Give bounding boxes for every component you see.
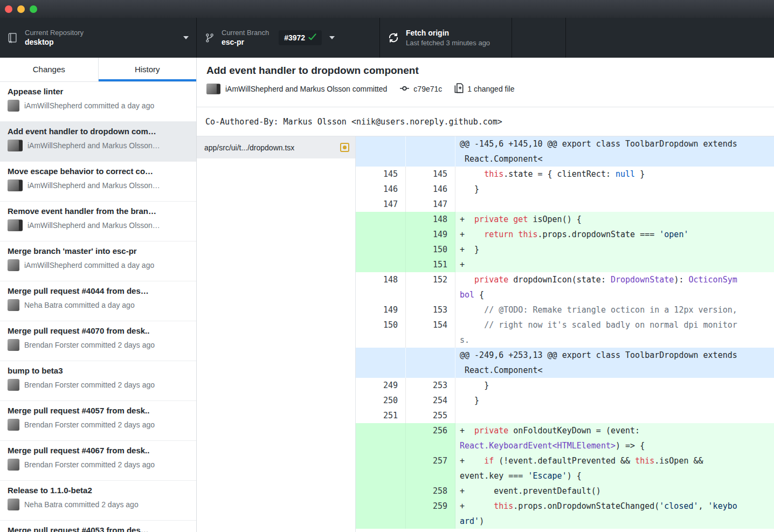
commit-list-item[interactable]: Merge branch 'master' into esc-priAmWill…: [0, 241, 196, 281]
commit-list-item[interactable]: Appease linteriAmWillShepherd committed …: [0, 82, 196, 122]
diff-new-line-number: 259: [406, 499, 455, 529]
diff-new-line-number: 154: [406, 317, 455, 348]
chevron-down-icon: [183, 36, 189, 39]
git-commit-icon: [399, 84, 410, 94]
commit-list-item[interactable]: bump to beta3Brendan Forster committed 2…: [0, 361, 196, 401]
avatar: [8, 100, 19, 112]
commit-item-meta: Neha Batra committed 2 days ago: [24, 500, 139, 509]
diff-old-line-number: [356, 453, 406, 483]
avatar: [8, 419, 19, 431]
diff-code-cell: + event.preventDefault(): [455, 483, 774, 499]
tab-history[interactable]: History: [99, 58, 197, 81]
fetch-origin-title: Fetch origin: [406, 28, 490, 38]
commit-list-item[interactable]: Merge pull request #4057 from desk..Bren…: [0, 401, 196, 441]
avatar: [8, 499, 19, 510]
check-icon: [308, 33, 316, 43]
diff-code-cell: [455, 408, 774, 423]
diff-new-line-number: 149: [406, 227, 455, 242]
diff-new-line-number: 145: [406, 167, 455, 182]
commit-item-meta: iAmWillShepherd and Markus Olsson…: [27, 181, 160, 190]
changed-files-count: 1 changed file: [467, 85, 514, 93]
diff-old-line-number: 146: [356, 182, 406, 197]
toolbar: Current Repository desktop Current Branc…: [0, 18, 774, 58]
commit-list-item[interactable]: Move escape behavior to correct co…iAmWi…: [0, 162, 196, 202]
diff-code-cell: + if (!event.defaultPrevented && this.is…: [455, 453, 774, 483]
modified-status-icon: [340, 143, 349, 152]
commit-byline: iAmWillShepherd and Markus Olsson commit…: [225, 85, 387, 93]
diff-new-line-number: 151: [406, 257, 455, 272]
diff-new-line-number: 255: [406, 408, 455, 423]
diff-line-row: 146146 }: [356, 182, 774, 197]
commit-list-item[interactable]: Add event handler to dropdown com…iAmWil…: [0, 122, 196, 162]
current-repository-button[interactable]: Current Repository desktop: [0, 18, 197, 58]
diff-new-line-number: 253: [406, 378, 455, 393]
diff-old-line-number: 147: [356, 197, 406, 212]
commit-list-item[interactable]: Merge pull request #4070 from desk..Bren…: [0, 321, 196, 361]
commit-item-meta: iAmWillShepherd and Markus Olsson…: [27, 141, 160, 150]
commit-item-meta: Brendan Forster committed 2 days ago: [24, 460, 155, 469]
diff-code-cell: + }: [455, 242, 774, 257]
avatar: [8, 140, 23, 151]
minimize-window-button[interactable]: [17, 5, 25, 13]
diff-code-cell: }: [455, 393, 774, 408]
commit-item-title: Merge pull request #4057 from desk..: [8, 406, 189, 415]
history-sidebar: Changes History Appease linteriAmWillShe…: [0, 58, 197, 532]
commit-item-meta: Brendan Forster committed 2 days ago: [24, 381, 155, 389]
diff-line-row: 149153 // @TODO: Remake triangle octicon…: [356, 302, 774, 317]
commit-list-item[interactable]: Merge pull request #4053 from des…: [0, 521, 196, 532]
file-path: app/src/ui/t.../dropdown.tsx: [204, 143, 294, 152]
sidebar-tabs: Changes History: [0, 58, 196, 82]
diff-new-line-number: [406, 348, 455, 378]
current-branch-value: esc-pr: [222, 37, 269, 47]
commit-item-title: Merge branch 'master' into esc-pr: [8, 246, 189, 255]
commit-list[interactable]: Appease linteriAmWillShepherd committed …: [0, 82, 196, 532]
diff-line-row: 145145 this.state = { clientRect: null }: [356, 167, 774, 182]
avatar: [8, 219, 23, 231]
diff-new-line-number: 254: [406, 393, 455, 408]
diff-old-line-number: 148: [356, 272, 406, 302]
diff-code-cell: + private onFoldoutKeyDown = (event: Rea…: [455, 423, 774, 453]
diff-code-cell: + this.props.onDropdownStateChanged('clo…: [455, 499, 774, 529]
fetch-origin-button[interactable]: Fetch origin Last fetched 3 minutes ago: [380, 18, 512, 58]
commit-list-item[interactable]: Merge pull request #4067 from desk..Bren…: [0, 441, 196, 481]
fetch-origin-subtitle: Last fetched 3 minutes ago: [406, 38, 490, 47]
diff-code-cell: + return this.props.dropdownState === 'o…: [455, 227, 774, 242]
current-repository-value: desktop: [25, 37, 84, 47]
diff-old-line-number: [356, 257, 406, 272]
current-branch-label: Current Branch: [222, 28, 269, 37]
avatar: [8, 299, 19, 311]
diff-old-line-number: 250: [356, 393, 406, 408]
diff-code-cell: [455, 197, 774, 212]
diff-new-line-number: 256: [406, 423, 455, 453]
zoom-window-button[interactable]: [30, 5, 37, 13]
sync-icon: [388, 32, 399, 44]
diff-viewer[interactable]: @@ -145,6 +145,10 @@ export class Toolba…: [356, 136, 774, 532]
current-branch-button[interactable]: Current Branch esc-pr #3972: [197, 18, 380, 58]
toolbar-spacer: [512, 18, 566, 58]
commit-item-meta: Brendan Forster committed 2 days ago: [24, 420, 155, 429]
commit-item-title: bump to beta3: [8, 366, 189, 375]
diff-old-line-number: [356, 212, 406, 227]
commit-description: Co-Authored-By: Markus Olsson <niik@user…: [197, 107, 774, 136]
diff-old-line-number: [356, 227, 406, 242]
diff-new-line-number: 257: [406, 453, 455, 483]
commit-item-title: Remove event handler from the bran…: [8, 206, 189, 216]
diff-old-line-number: [356, 136, 406, 167]
app-window: Current Repository desktop Current Branc…: [0, 0, 774, 532]
tab-changes[interactable]: Changes: [0, 58, 99, 81]
diff-code-cell: this.state = { clientRect: null }: [455, 167, 774, 182]
diff-new-line-number: [406, 136, 455, 167]
diff-line-row: 147147: [356, 197, 774, 212]
close-window-button[interactable]: [5, 5, 12, 13]
commit-item-meta: iAmWillShepherd committed a day ago: [24, 101, 154, 110]
diff-line-row: 257+ if (!event.defaultPrevented && this…: [356, 453, 774, 483]
commit-list-item[interactable]: Release to 1.1.0-beta2Neha Batra committ…: [0, 481, 196, 521]
diff-new-line-number: 153: [406, 302, 455, 317]
commit-item-meta: iAmWillShepherd committed a day ago: [24, 261, 154, 270]
diff-code-cell: }: [455, 378, 774, 393]
commit-list-item[interactable]: Merge pull request #4044 from des…Neha B…: [0, 281, 196, 321]
commit-item-title: Appease linter: [8, 87, 189, 96]
diff-code-cell: }: [455, 182, 774, 197]
commit-list-item[interactable]: Remove event handler from the bran…iAmWi…: [0, 202, 196, 241]
file-list-item[interactable]: app/src/ui/t.../dropdown.tsx: [197, 136, 355, 158]
